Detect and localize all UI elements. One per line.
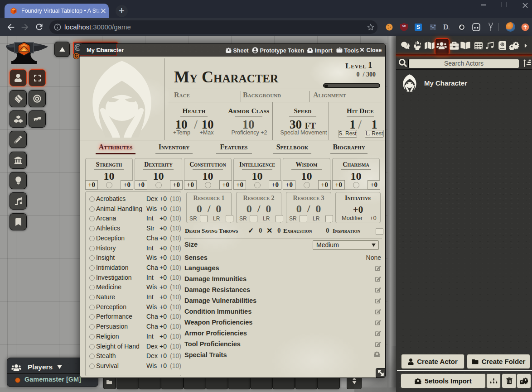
svg-text:U0: U0 xyxy=(402,25,406,28)
